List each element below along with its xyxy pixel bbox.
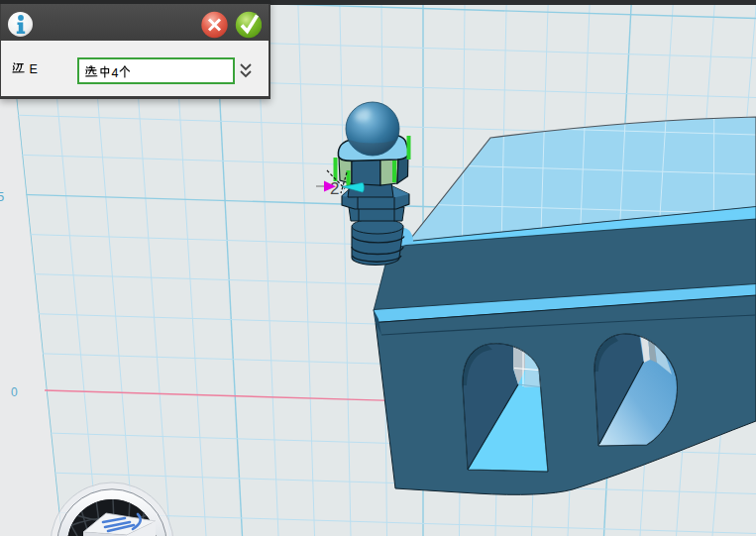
svg-text:2: 2 (330, 179, 339, 198)
svg-text:5: 5 (0, 189, 4, 204)
svg-text:0: 0 (11, 385, 18, 399)
svg-text:E: E (30, 62, 38, 76)
svg-text:4: 4 (112, 65, 119, 79)
